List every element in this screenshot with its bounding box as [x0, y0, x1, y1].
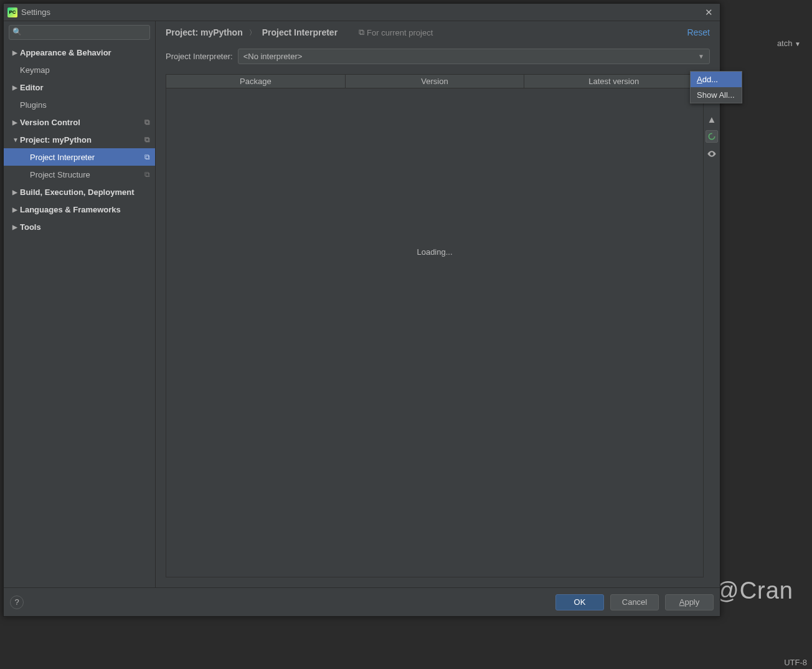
settings-dialog: PC Settings ✕ 🔍 ▶Appearance & Behavior K… [3, 3, 720, 617]
tree-plugins[interactable]: Plugins [4, 96, 155, 113]
apply-button[interactable]: Apply [665, 594, 714, 610]
crumb-project[interactable]: Project: myPython [166, 27, 243, 37]
chevron-right-icon: ▶ [12, 49, 20, 56]
tree-build[interactable]: ▶Build, Execution, Deployment [4, 183, 155, 201]
copy-icon: ⧉ [144, 153, 150, 161]
window-title: Settings [21, 7, 701, 17]
tree-tools[interactable]: ▶Tools [4, 218, 155, 235]
tree-languages[interactable]: ▶Languages & Frameworks [4, 201, 155, 218]
breadcrumb: Project: myPython 〉 Project Interpreter … [156, 21, 720, 44]
up-icon[interactable]: ▲ [706, 113, 718, 125]
tree-item-label: Keymap [20, 65, 50, 75]
help-icon[interactable]: ? [10, 595, 24, 609]
reset-link[interactable]: Reset [687, 27, 710, 37]
chevron-right-icon: ▶ [12, 189, 20, 196]
tree-editor[interactable]: ▶Editor [4, 78, 155, 96]
settings-sidebar: 🔍 ▶Appearance & Behavior Keymap ▶Editor … [4, 21, 156, 587]
copy-icon: ⧉ [144, 135, 150, 144]
chevron-right-icon: 〉 [249, 28, 256, 37]
package-toolbar: ＋ － ▲ [704, 74, 720, 577]
tree-item-label: Appearance & Behavior [20, 48, 111, 57]
ok-button[interactable]: OK [555, 594, 604, 610]
scratch-label-peek: atch ▼ [777, 39, 801, 48]
tree-item-label: Version Control [20, 118, 80, 127]
status-encoding: UTF-8 [784, 658, 807, 667]
tree-item-label: Project: myPython [20, 135, 92, 145]
settings-main: Project: myPython 〉 Project Interpreter … [156, 21, 720, 587]
chevron-down-icon: ▼ [12, 136, 20, 143]
refresh-icon[interactable] [706, 130, 718, 143]
menu-show-all[interactable]: Show All... [691, 87, 742, 103]
loading-text: Loading... [417, 247, 452, 257]
tree-keymap[interactable]: Keymap [4, 61, 155, 78]
tree-vcs[interactable]: ▶Version Control⧉ [4, 113, 155, 131]
table-body: ✲ Loading... [166, 88, 703, 577]
settings-tree: ▶Appearance & Behavior Keymap ▶Editor Pl… [4, 44, 155, 587]
chevron-right-icon: ▶ [12, 119, 20, 126]
tree-item-label: Languages & Frameworks [20, 205, 121, 214]
close-icon[interactable]: ✕ [701, 7, 716, 18]
show-paths-icon[interactable] [706, 148, 718, 160]
titlebar: PC Settings ✕ [4, 4, 720, 21]
interpreter-combo[interactable]: <No interpreter> ▼ [238, 49, 710, 64]
for-current-project-label: ⧉For current project [359, 27, 433, 37]
app-icon: PC [7, 7, 17, 17]
copy-icon: ⧉ [144, 170, 150, 179]
tree-project-interpreter[interactable]: Project Interpreter⧉ [4, 148, 155, 166]
interpreter-value: <No interpreter> [243, 52, 698, 61]
tree-item-label: Tools [20, 222, 41, 232]
chevron-right-icon: ▶ [12, 224, 20, 230]
menu-add[interactable]: Add... [691, 72, 742, 87]
tree-item-label: Editor [20, 83, 44, 92]
tree-item-label: Project Structure [30, 170, 90, 179]
chevron-down-icon: ▼ [698, 53, 704, 60]
search-input[interactable] [9, 25, 150, 40]
ide-status-bar: UTF-8 [779, 655, 812, 669]
tree-project-structure[interactable]: Project Structure⧉ [4, 166, 155, 183]
copy-icon: ⧉ [144, 118, 150, 126]
col-latest[interactable]: Latest version [524, 75, 703, 88]
tree-project[interactable]: ▼Project: myPython⧉ [4, 131, 155, 148]
col-version[interactable]: Version [346, 75, 525, 88]
crumb-interpreter: Project Interpreter [262, 27, 338, 37]
tree-item-label: Plugins [20, 100, 47, 110]
cancel-button[interactable]: Cancel [610, 594, 659, 610]
chevron-down-icon: ▼ [795, 40, 801, 47]
svg-point-0 [709, 133, 714, 139]
tree-item-label: Project Interpreter [30, 153, 95, 162]
copy-icon: ⧉ [359, 27, 364, 37]
col-package[interactable]: Package [166, 75, 346, 88]
table-header: Package Version Latest version [166, 75, 703, 88]
svg-point-1 [711, 153, 713, 155]
packages-table: Package Version Latest version ✲ Loading… [166, 74, 704, 577]
chevron-right-icon: ▶ [12, 206, 20, 213]
interpreter-label: Project Interpreter: [166, 52, 233, 61]
tree-item-label: Build, Execution, Deployment [20, 187, 134, 197]
chevron-right-icon: ▶ [12, 84, 20, 91]
interpreter-dropdown-menu: Add... Show All... [690, 71, 742, 103]
search-icon: 🔍 [12, 27, 22, 36]
dialog-footer: ? OK Cancel Apply [4, 587, 720, 616]
tree-appearance[interactable]: ▶Appearance & Behavior [4, 44, 155, 61]
